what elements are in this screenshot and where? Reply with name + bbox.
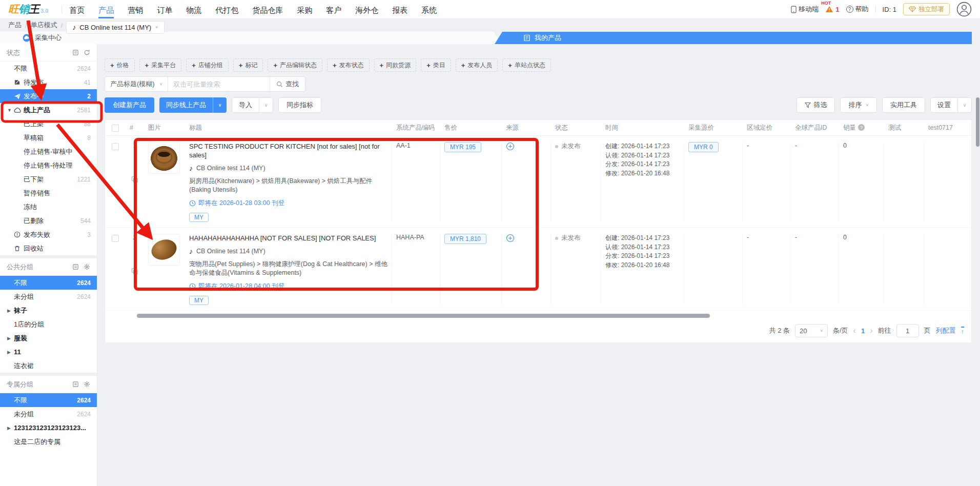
refresh-icon[interactable] xyxy=(84,49,90,56)
product-title[interactable]: SPC TESTING PRODUCT FOR KITCHEN [not for… xyxy=(189,142,387,159)
product-title[interactable]: HAHAHAHAHAHAHHA [NOT FOR SALES] [NOT FOR… xyxy=(189,234,387,242)
scrollbar-thumb[interactable] xyxy=(137,314,710,318)
private-group-123[interactable]: ▶123123123123123123... xyxy=(0,421,97,435)
filter-chip-edit-status[interactable]: 产品编辑状态 xyxy=(268,58,322,72)
page-size-select[interactable]: 20∨ xyxy=(795,324,828,337)
nav-purchase[interactable]: 采购 xyxy=(297,0,312,18)
status-item-frozen[interactable]: 冻结 xyxy=(0,200,97,214)
status-item-paused[interactable]: 暂停销售 xyxy=(0,186,97,200)
deploy-button[interactable]: 独立部署 xyxy=(903,3,950,15)
filter-chip-site-status[interactable]: 单站点状态 xyxy=(502,58,551,72)
shop-selector[interactable]: ♪ CB Online test 114 (MY) ∨ xyxy=(66,21,165,34)
filter-chip-mark[interactable]: 标记 xyxy=(233,58,263,72)
search-button[interactable]: 查找 xyxy=(270,77,305,91)
note-icon[interactable] xyxy=(72,264,79,270)
status-item-pending-publish[interactable]: 待发布41 xyxy=(0,75,97,89)
public-group-socks[interactable]: ▶袜子 xyxy=(0,303,97,317)
public-group-clothing[interactable]: ▶服装 xyxy=(0,331,97,345)
copy-icon[interactable] xyxy=(131,268,138,275)
product-image[interactable] xyxy=(148,234,180,266)
filter-chip-category[interactable]: 类目 xyxy=(421,58,451,72)
nav-overseas[interactable]: 海外仓 xyxy=(355,0,378,18)
search-field-select[interactable]: 产品标题(模糊) ∨ xyxy=(105,77,168,91)
page-number[interactable]: 1 xyxy=(861,327,865,335)
filter-chip-price[interactable]: 价格 xyxy=(105,58,135,72)
add-source-icon[interactable] xyxy=(506,234,515,242)
settings-button[interactable]: 设置 ∨ xyxy=(930,97,972,113)
breadcrumb-mode[interactable]: 单店模式 xyxy=(31,21,57,30)
schedule-link[interactable]: 即将在 2026-01-28 04:00 刊登 xyxy=(189,282,387,291)
chevron-down-icon[interactable]: ∨ xyxy=(259,98,273,112)
caret-right-icon[interactable]: ▶ xyxy=(7,308,14,313)
alert-indicator[interactable]: 1 xyxy=(825,6,839,13)
note-icon[interactable] xyxy=(72,381,79,388)
help-link[interactable]: ? 帮助 xyxy=(846,5,869,14)
filter-chip-publisher[interactable]: 发布人员 xyxy=(456,58,498,72)
chevron-down-icon[interactable]: ∨ xyxy=(213,97,227,113)
caret-right-icon[interactable]: ▶ xyxy=(7,350,14,355)
status-item-stop-review[interactable]: 停止销售-审核中 xyxy=(0,145,97,158)
row-checkbox[interactable] xyxy=(112,143,119,150)
public-group-shop1[interactable]: 1店的分组 xyxy=(0,317,97,331)
status-item-listed[interactable]: 已上架88 xyxy=(0,117,97,131)
vertical-scrollbar-thumb[interactable] xyxy=(976,97,979,147)
public-group-11[interactable]: ▶11 xyxy=(0,345,97,359)
breadcrumb-product[interactable]: 产品 xyxy=(8,21,22,30)
add-source-icon[interactable] xyxy=(506,142,515,151)
filter-chip-platform[interactable]: 采集平台 xyxy=(139,58,182,72)
nav-orders[interactable]: 订单 xyxy=(157,0,172,18)
filter-chip-shop-group[interactable]: 店铺分组 xyxy=(186,58,229,72)
nav-packing[interactable]: 代打包 xyxy=(215,0,238,18)
nav-report[interactable]: 报表 xyxy=(392,0,407,18)
filter-chip-publish-status[interactable]: 发布状态 xyxy=(327,58,370,72)
chevron-down-icon[interactable]: ∨ xyxy=(957,98,971,112)
back-to-top-icon[interactable]: ↑ xyxy=(961,327,965,335)
mobile-entry[interactable]: 移动端 HOT xyxy=(791,5,819,14)
nav-logistics[interactable]: 物流 xyxy=(186,0,201,18)
nav-home[interactable]: 首页 xyxy=(69,0,85,18)
tools-button[interactable]: 实用工具 xyxy=(882,97,925,113)
create-product-button[interactable]: 创建新产品 xyxy=(105,97,154,113)
private-group-ungrouped[interactable]: 未分组2624 xyxy=(0,407,97,421)
nav-customer[interactable]: 客户 xyxy=(326,0,341,18)
status-item-recycle-bin[interactable]: 回收站 xyxy=(0,241,97,255)
prev-page-button[interactable]: ‹ xyxy=(853,327,856,335)
nav-marketing[interactable]: 营销 xyxy=(128,0,143,18)
status-item-deleted[interactable]: 已删除544 xyxy=(0,214,97,228)
caret-right-icon[interactable]: ▶ xyxy=(7,426,14,431)
caret-down-icon[interactable]: ▼ xyxy=(7,108,14,113)
gear-icon[interactable] xyxy=(84,264,90,270)
status-item-publishing[interactable]: 发布中2 xyxy=(0,89,97,103)
search-input[interactable] xyxy=(168,77,270,91)
import-button[interactable]: 导入 ∨ xyxy=(232,97,273,113)
sync-metric-button[interactable]: 同步指标 xyxy=(278,97,321,113)
tab-my-products[interactable]: 我的产品 xyxy=(495,32,972,44)
gear-icon[interactable] xyxy=(84,381,90,388)
status-item-all[interactable]: 不限2624 xyxy=(0,62,97,75)
caret-right-icon[interactable]: ▶ xyxy=(7,336,14,341)
help-icon[interactable]: ? xyxy=(858,124,865,131)
status-item-online-products[interactable]: ▼线上产品2581 xyxy=(0,103,97,117)
note-icon[interactable] xyxy=(72,49,79,56)
nav-product[interactable]: 产品 xyxy=(98,0,114,18)
select-all-checkbox[interactable] xyxy=(112,125,119,132)
status-item-stop-pending[interactable]: 停止销售-待处理 xyxy=(0,158,97,172)
public-group-dress[interactable]: 连衣裙 xyxy=(0,359,97,373)
product-image[interactable] xyxy=(148,142,180,174)
nav-warehouse[interactable]: 货品仓库 xyxy=(252,0,283,18)
status-item-delisted[interactable]: 已下架1221 xyxy=(0,172,97,186)
row-checkbox[interactable] xyxy=(112,235,119,242)
sort-button[interactable]: 排序 ∨ xyxy=(840,97,877,113)
private-group-all[interactable]: 不限2624 xyxy=(0,393,97,407)
private-group-shop2[interactable]: 这是二店的专属 xyxy=(0,435,97,449)
status-item-drafts[interactable]: 草稿箱8 xyxy=(0,131,97,145)
next-page-button[interactable]: › xyxy=(870,327,872,335)
avatar[interactable] xyxy=(956,2,972,17)
filter-chip-same-source[interactable]: 同款货源 xyxy=(374,58,417,72)
public-group-ungrouped[interactable]: 未分组2624 xyxy=(0,290,97,303)
tab-collect-center[interactable]: 采集中心 xyxy=(0,32,501,44)
public-group-all[interactable]: 不限2624 xyxy=(0,276,97,290)
nav-system[interactable]: 系统 xyxy=(421,0,437,18)
filter-button[interactable]: 筛选 xyxy=(797,97,835,113)
goto-page-input[interactable]: 1 xyxy=(896,324,919,337)
